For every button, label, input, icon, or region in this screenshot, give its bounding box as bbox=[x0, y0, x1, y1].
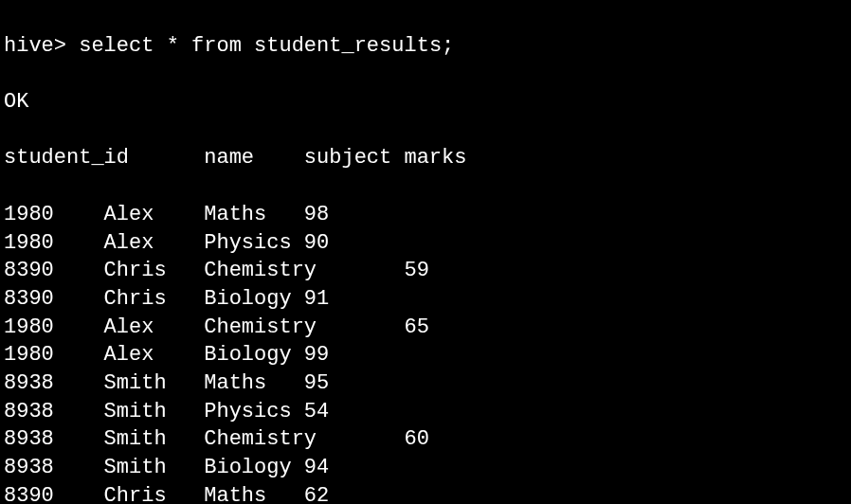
table-row: 8938 Smith Physics 54 bbox=[4, 398, 847, 426]
table-row: 8390 Chris Biology 91 bbox=[4, 285, 847, 314]
result-rows: 1980 Alex Maths 981980 Alex Physics 9083… bbox=[4, 201, 847, 504]
header-row: student_id name subject marks bbox=[4, 144, 847, 172]
table-row: 8390 Chris Maths 62 bbox=[4, 482, 847, 504]
prompt: hive> bbox=[4, 34, 66, 58]
table-row: 1980 Alex Chemistry 65 bbox=[4, 314, 847, 342]
table-row: 8390 Chris Chemistry 59 bbox=[4, 257, 847, 285]
table-row: 8938 Smith Maths 95 bbox=[4, 369, 847, 398]
query-line: hive> select * from student_results; bbox=[4, 32, 847, 61]
table-row: 1980 Alex Physics 90 bbox=[4, 229, 847, 258]
status-line: OK bbox=[4, 88, 847, 117]
table-row: 1980 Alex Maths 98 bbox=[4, 201, 847, 229]
sql-query: select * from student_results; bbox=[79, 34, 454, 58]
table-row: 8938 Smith Chemistry 60 bbox=[4, 425, 847, 454]
terminal-output: hive> select * from student_results; OK … bbox=[4, 4, 847, 504]
table-row: 8938 Smith Biology 94 bbox=[4, 454, 847, 482]
table-row: 1980 Alex Biology 99 bbox=[4, 341, 847, 369]
